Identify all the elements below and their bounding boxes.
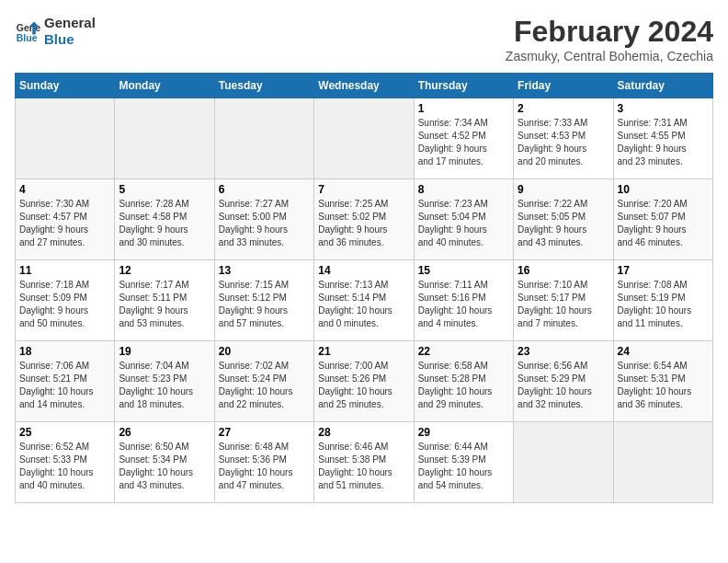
day-cell: 10Sunrise: 7:20 AM Sunset: 5:07 PM Dayli… xyxy=(613,179,712,260)
day-number: 19 xyxy=(119,345,210,358)
day-info: Sunrise: 7:04 AM Sunset: 5:23 PM Dayligh… xyxy=(119,360,210,411)
dow-thursday: Thursday xyxy=(414,74,513,98)
day-info: Sunrise: 7:33 AM Sunset: 4:53 PM Dayligh… xyxy=(518,117,609,168)
dow-monday: Monday xyxy=(115,74,214,98)
day-number: 27 xyxy=(219,426,310,439)
day-info: Sunrise: 6:48 AM Sunset: 5:36 PM Dayligh… xyxy=(219,441,310,492)
day-number: 10 xyxy=(618,183,709,196)
day-number: 25 xyxy=(19,426,110,439)
day-number: 15 xyxy=(418,264,509,277)
calendar-table: SundayMondayTuesdayWednesdayThursdayFrid… xyxy=(15,73,713,503)
day-cell: 7Sunrise: 7:25 AM Sunset: 5:02 PM Daylig… xyxy=(314,179,414,260)
day-number: 5 xyxy=(119,183,210,196)
week-row-4: 18Sunrise: 7:06 AM Sunset: 5:21 PM Dayli… xyxy=(16,341,713,422)
title-area: February 2024 Zasmuky, Central Bohemia, … xyxy=(506,15,713,63)
day-cell: 26Sunrise: 6:50 AM Sunset: 5:34 PM Dayli… xyxy=(115,422,214,503)
day-cell: 29Sunrise: 6:44 AM Sunset: 5:39 PM Dayli… xyxy=(414,422,513,503)
day-number: 22 xyxy=(418,345,509,358)
day-info: Sunrise: 7:31 AM Sunset: 4:55 PM Dayligh… xyxy=(618,117,709,168)
location-title: Zasmuky, Central Bohemia, Czechia xyxy=(506,49,713,63)
day-info: Sunrise: 7:11 AM Sunset: 5:16 PM Dayligh… xyxy=(418,279,509,330)
day-cell: 12Sunrise: 7:17 AM Sunset: 5:11 PM Dayli… xyxy=(115,260,214,341)
day-cell: 3Sunrise: 7:31 AM Sunset: 4:55 PM Daylig… xyxy=(613,98,712,179)
day-info: Sunrise: 6:44 AM Sunset: 5:39 PM Dayligh… xyxy=(418,441,509,492)
day-cell: 6Sunrise: 7:27 AM Sunset: 5:00 PM Daylig… xyxy=(214,179,313,260)
day-info: Sunrise: 6:52 AM Sunset: 5:33 PM Dayligh… xyxy=(19,441,110,492)
day-cell xyxy=(613,422,712,503)
dow-wednesday: Wednesday xyxy=(314,74,414,98)
day-cell: 1Sunrise: 7:34 AM Sunset: 4:52 PM Daylig… xyxy=(414,98,513,179)
day-cell: 13Sunrise: 7:15 AM Sunset: 5:12 PM Dayli… xyxy=(214,260,313,341)
day-cell: 15Sunrise: 7:11 AM Sunset: 5:16 PM Dayli… xyxy=(414,260,513,341)
day-cell: 8Sunrise: 7:23 AM Sunset: 5:04 PM Daylig… xyxy=(414,179,513,260)
day-cell: 27Sunrise: 6:48 AM Sunset: 5:36 PM Dayli… xyxy=(214,422,313,503)
dow-friday: Friday xyxy=(514,74,613,98)
day-cell xyxy=(514,422,613,503)
day-number: 2 xyxy=(518,102,609,115)
week-row-1: 1Sunrise: 7:34 AM Sunset: 4:52 PM Daylig… xyxy=(16,98,713,179)
day-number: 29 xyxy=(418,426,509,439)
day-cell: 16Sunrise: 7:10 AM Sunset: 5:17 PM Dayli… xyxy=(514,260,613,341)
day-number: 14 xyxy=(318,264,409,277)
day-number: 17 xyxy=(618,264,709,277)
day-cell: 14Sunrise: 7:13 AM Sunset: 5:14 PM Dayli… xyxy=(314,260,414,341)
day-cell: 20Sunrise: 7:02 AM Sunset: 5:24 PM Dayli… xyxy=(214,341,313,422)
day-number: 3 xyxy=(618,102,709,115)
day-info: Sunrise: 7:27 AM Sunset: 5:00 PM Dayligh… xyxy=(219,198,310,249)
day-info: Sunrise: 7:17 AM Sunset: 5:11 PM Dayligh… xyxy=(119,279,210,330)
day-cell: 5Sunrise: 7:28 AM Sunset: 4:58 PM Daylig… xyxy=(115,179,214,260)
day-number: 13 xyxy=(219,264,310,277)
day-number: 23 xyxy=(518,345,609,358)
day-info: Sunrise: 7:10 AM Sunset: 5:17 PM Dayligh… xyxy=(518,279,609,330)
day-cell: 9Sunrise: 7:22 AM Sunset: 5:05 PM Daylig… xyxy=(514,179,613,260)
day-info: Sunrise: 7:02 AM Sunset: 5:24 PM Dayligh… xyxy=(219,360,310,411)
day-info: Sunrise: 6:46 AM Sunset: 5:38 PM Dayligh… xyxy=(318,441,409,492)
day-cell: 25Sunrise: 6:52 AM Sunset: 5:33 PM Dayli… xyxy=(16,422,115,503)
day-info: Sunrise: 6:56 AM Sunset: 5:29 PM Dayligh… xyxy=(518,360,609,411)
day-cell: 11Sunrise: 7:18 AM Sunset: 5:09 PM Dayli… xyxy=(16,260,115,341)
day-info: Sunrise: 7:20 AM Sunset: 5:07 PM Dayligh… xyxy=(618,198,709,249)
days-of-week-header: SundayMondayTuesdayWednesdayThursdayFrid… xyxy=(16,74,713,98)
day-info: Sunrise: 6:54 AM Sunset: 5:31 PM Dayligh… xyxy=(618,360,709,411)
day-number: 12 xyxy=(119,264,210,277)
day-cell: 19Sunrise: 7:04 AM Sunset: 5:23 PM Dayli… xyxy=(115,341,214,422)
day-number: 21 xyxy=(318,345,409,358)
day-cell: 22Sunrise: 6:58 AM Sunset: 5:28 PM Dayli… xyxy=(414,341,513,422)
week-row-5: 25Sunrise: 6:52 AM Sunset: 5:33 PM Dayli… xyxy=(16,422,713,503)
day-info: Sunrise: 7:25 AM Sunset: 5:02 PM Dayligh… xyxy=(318,198,409,249)
day-info: Sunrise: 7:22 AM Sunset: 5:05 PM Dayligh… xyxy=(518,198,609,249)
logo-blue: Blue xyxy=(44,31,96,48)
day-info: Sunrise: 7:13 AM Sunset: 5:14 PM Dayligh… xyxy=(318,279,409,330)
day-cell: 2Sunrise: 7:33 AM Sunset: 4:53 PM Daylig… xyxy=(514,98,613,179)
logo-icon: General Blue xyxy=(15,18,40,44)
day-number: 9 xyxy=(518,183,609,196)
day-info: Sunrise: 7:34 AM Sunset: 4:52 PM Dayligh… xyxy=(418,117,509,168)
day-cell: 23Sunrise: 6:56 AM Sunset: 5:29 PM Dayli… xyxy=(514,341,613,422)
day-number: 11 xyxy=(19,264,110,277)
day-cell xyxy=(214,98,313,179)
day-info: Sunrise: 6:58 AM Sunset: 5:28 PM Dayligh… xyxy=(418,360,509,411)
day-number: 28 xyxy=(318,426,409,439)
day-cell: 28Sunrise: 6:46 AM Sunset: 5:38 PM Dayli… xyxy=(314,422,414,503)
day-info: Sunrise: 7:00 AM Sunset: 5:26 PM Dayligh… xyxy=(318,360,409,411)
day-cell xyxy=(16,98,115,179)
day-number: 8 xyxy=(418,183,509,196)
day-number: 7 xyxy=(318,183,409,196)
day-number: 4 xyxy=(19,183,110,196)
day-number: 18 xyxy=(19,345,110,358)
day-info: Sunrise: 7:28 AM Sunset: 4:58 PM Dayligh… xyxy=(119,198,210,249)
calendar-body: 1Sunrise: 7:34 AM Sunset: 4:52 PM Daylig… xyxy=(16,98,713,503)
day-info: Sunrise: 7:15 AM Sunset: 5:12 PM Dayligh… xyxy=(219,279,310,330)
dow-tuesday: Tuesday xyxy=(214,74,313,98)
day-number: 16 xyxy=(518,264,609,277)
dow-sunday: Sunday xyxy=(16,74,115,98)
day-number: 20 xyxy=(219,345,310,358)
day-info: Sunrise: 7:08 AM Sunset: 5:19 PM Dayligh… xyxy=(618,279,709,330)
day-cell: 24Sunrise: 6:54 AM Sunset: 5:31 PM Dayli… xyxy=(613,341,712,422)
day-info: Sunrise: 7:06 AM Sunset: 5:21 PM Dayligh… xyxy=(19,360,110,411)
day-number: 6 xyxy=(219,183,310,196)
week-row-3: 11Sunrise: 7:18 AM Sunset: 5:09 PM Dayli… xyxy=(16,260,713,341)
day-number: 26 xyxy=(119,426,210,439)
header: General Blue General Blue February 2024 … xyxy=(15,15,713,63)
day-cell: 4Sunrise: 7:30 AM Sunset: 4:57 PM Daylig… xyxy=(16,179,115,260)
